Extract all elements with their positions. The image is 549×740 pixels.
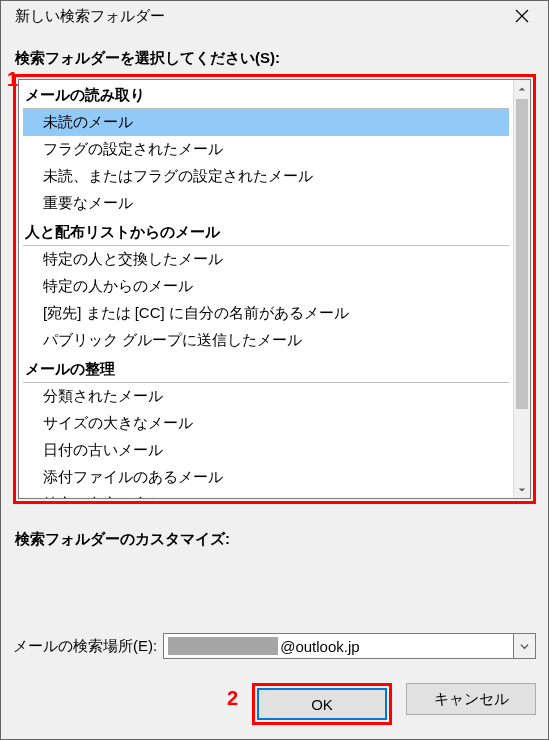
list-item[interactable]: [宛先] または [CC] に自分の名前があるメール: [23, 300, 509, 327]
ok-button[interactable]: OK: [257, 688, 387, 720]
list-item[interactable]: 分類されたメール: [23, 383, 509, 410]
list-item[interactable]: 未読のメール: [23, 109, 509, 136]
scroll-track[interactable]: [514, 97, 530, 481]
list-item[interactable]: サイズの大きなメール: [23, 410, 509, 437]
cancel-button[interactable]: キャンセル: [406, 683, 536, 715]
search-location-value: @outlook.jp: [164, 637, 513, 655]
scrollbar[interactable]: [513, 80, 530, 498]
search-location-combo[interactable]: @outlook.jp: [163, 633, 536, 659]
list-item[interactable]: 重要なメール: [23, 190, 509, 217]
annotation-1: 1: [7, 68, 18, 91]
search-location-label: メールの検索場所(E):: [13, 637, 157, 656]
group-items: 未読のメールフラグの設定されたメール未読、またはフラグの設定されたメール重要なメ…: [23, 108, 509, 217]
account-domain: @outlook.jp: [280, 638, 359, 655]
group-items: 特定の人と交換したメール特定の人からのメール[宛先] または [CC] に自分の…: [23, 245, 509, 354]
close-button[interactable]: [502, 1, 542, 31]
group-header: メールの整理: [19, 356, 513, 381]
new-search-folder-dialog: 新しい検索フォルダー 検索フォルダーを選択してください(S): 1 メールの読み…: [0, 0, 549, 740]
dialog-title: 新しい検索フォルダー: [15, 7, 165, 26]
chevron-down-icon: [520, 642, 529, 651]
folder-listbox[interactable]: メールの読み取り未読のメールフラグの設定されたメール未読、またはフラグの設定され…: [18, 79, 531, 499]
button-row: 2 OK キャンセル: [13, 683, 536, 725]
list-item[interactable]: 特定の人と交換したメール: [23, 246, 509, 273]
customize-label: 検索フォルダーのカスタマイズ:: [15, 530, 536, 549]
chevron-down-icon: [518, 486, 526, 494]
account-mask: [168, 637, 278, 655]
list-item[interactable]: 特定の人からのメール: [23, 273, 509, 300]
scroll-thumb[interactable]: [516, 99, 528, 409]
titlebar: 新しい検索フォルダー: [1, 1, 548, 31]
group-items: 分類されたメールサイズの大きなメール日付の古いメール添付ファイルのあるメール特定…: [23, 382, 509, 498]
list-item[interactable]: 特定の文字を含むメール: [23, 491, 509, 498]
list-item[interactable]: パブリック グループに送信したメール: [23, 327, 509, 354]
list-item[interactable]: 添付ファイルのあるメール: [23, 464, 509, 491]
list-item[interactable]: 未読、またはフラグの設定されたメール: [23, 163, 509, 190]
chevron-up-icon: [518, 85, 526, 93]
list-item[interactable]: フラグの設定されたメール: [23, 136, 509, 163]
listbox-annotation-wrap: 1 メールの読み取り未読のメールフラグの設定されたメール未読、またはフラグの設定…: [13, 74, 536, 504]
select-folder-label: 検索フォルダーを選択してください(S):: [15, 49, 536, 68]
combo-dropdown-button[interactable]: [513, 634, 535, 658]
listbox-highlight-frame: メールの読み取り未読のメールフラグの設定されたメール未読、またはフラグの設定され…: [13, 74, 536, 504]
dialog-body: 検索フォルダーを選択してください(S): 1 メールの読み取り未読のメールフラグ…: [1, 31, 548, 739]
group-header: メールの読み取り: [19, 82, 513, 107]
ok-highlight-frame: OK: [252, 683, 392, 725]
scroll-up-button[interactable]: [514, 80, 530, 97]
search-location-row: メールの検索場所(E): @outlook.jp: [13, 633, 536, 659]
annotation-2: 2: [227, 687, 238, 710]
list-item[interactable]: 日付の古いメール: [23, 437, 509, 464]
scroll-down-button[interactable]: [514, 481, 530, 498]
group-header: 人と配布リストからのメール: [19, 219, 513, 244]
close-icon: [515, 9, 529, 23]
folder-listbox-inner: メールの読み取り未読のメールフラグの設定されたメール未読、またはフラグの設定され…: [19, 80, 513, 498]
